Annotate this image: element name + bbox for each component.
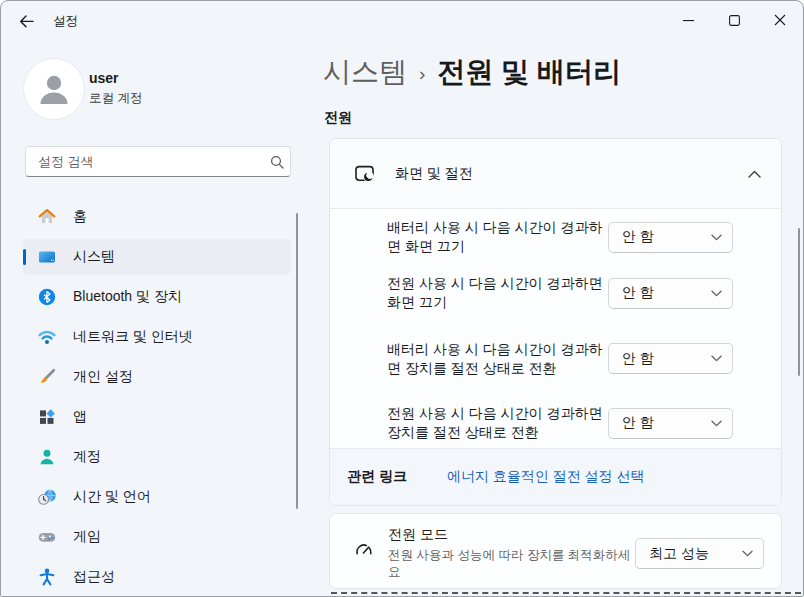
chevron-down-icon bbox=[711, 420, 722, 427]
screen-sleep-icon bbox=[354, 163, 375, 184]
screen-sleep-card: 화면 및 절전 배터리 사용 시 다음 시간이 경과하면 화면 끄기 안 함 bbox=[329, 138, 782, 506]
chevron-down-icon bbox=[742, 550, 753, 557]
back-button[interactable] bbox=[9, 6, 43, 36]
minimize-icon bbox=[683, 15, 694, 26]
home-icon bbox=[37, 207, 57, 227]
bluetooth-icon bbox=[37, 287, 57, 307]
sidebar-item-time-language[interactable]: 시간 및 언어 bbox=[23, 479, 291, 515]
sidebar-item-system[interactable]: 시스템 bbox=[23, 239, 291, 275]
setting-row-label: 배터리 사용 시 다음 시간이 경과하면 장치를 절전 상태로 전환 bbox=[387, 340, 608, 378]
power-mode-title: 전원 모드 bbox=[388, 526, 638, 544]
chevron-down-icon bbox=[711, 234, 722, 241]
plugged-sleep-dropdown[interactable]: 안 함 bbox=[608, 408, 733, 439]
setting-row-label: 전원 사용 시 다음 시간이 경과하면 장치를 절전 상태로 전환 bbox=[387, 404, 608, 442]
sidebar-item-network-internet[interactable]: 네트워크 및 인터넷 bbox=[23, 319, 291, 355]
breadcrumb: 시스템 › 전원 및 배터리 bbox=[323, 53, 621, 91]
dropdown-value: 최고 성능 bbox=[649, 545, 742, 563]
user-name: user bbox=[89, 70, 119, 86]
sidebar-item-label: 접근성 bbox=[73, 568, 115, 586]
energy-settings-link[interactable]: 에너지 효율적인 절전 설정 선택 bbox=[447, 468, 645, 486]
minimize-button[interactable] bbox=[665, 1, 711, 39]
battery-screen-off-dropdown[interactable]: 안 함 bbox=[608, 222, 733, 253]
user-avatar-icon bbox=[35, 70, 73, 108]
related-links-row: 관련 링크 에너지 효율적인 절전 설정 선택 bbox=[330, 448, 781, 505]
accessibility-icon bbox=[37, 567, 57, 587]
close-icon bbox=[774, 14, 786, 26]
main-content: 시스템 › 전원 및 배터리 전원 화면 및 절전 배터리 사용 시 다음 bbox=[321, 41, 803, 596]
sidebar-item-label: 게임 bbox=[73, 528, 101, 546]
sidebar-item-gaming[interactable]: 게임 bbox=[23, 519, 291, 555]
setting-row-plugged-sleep: 전원 사용 시 다음 시간이 경과하면 장치를 절전 상태로 전환 안 함 bbox=[330, 396, 781, 450]
search-input[interactable] bbox=[26, 154, 264, 169]
setting-row-label: 배터리 사용 시 다음 시간이 경과하면 화면 끄기 bbox=[387, 218, 608, 256]
gaming-icon bbox=[37, 527, 57, 547]
screen-sleep-title: 화면 및 절전 bbox=[395, 165, 748, 183]
sidebar-item-home[interactable]: 홈 bbox=[23, 199, 291, 235]
setting-row-label: 전원 사용 시 다음 시간이 경과하면 화면 끄기 bbox=[387, 274, 608, 312]
chevron-down-icon bbox=[711, 290, 722, 297]
sidebar-item-label: 앱 bbox=[73, 408, 87, 426]
app-title: 설정 bbox=[53, 13, 78, 30]
breadcrumb-parent[interactable]: 시스템 bbox=[323, 53, 407, 91]
power-mode-card: 전원 모드 전원 사용과 성능에 따라 장치를 최적화하세요 최고 성능 bbox=[329, 513, 782, 589]
chevron-up-icon[interactable] bbox=[748, 170, 761, 178]
section-label-power: 전원 bbox=[324, 109, 352, 127]
power-mode-dropdown[interactable]: 최고 성능 bbox=[635, 538, 764, 569]
system-icon bbox=[37, 247, 57, 267]
sidebar-item-label: 계정 bbox=[73, 448, 101, 466]
breadcrumb-separator-icon: › bbox=[419, 63, 425, 85]
sidebar-item-label: 개인 설정 bbox=[73, 368, 133, 386]
related-links-label: 관련 링크 bbox=[347, 468, 407, 486]
power-mode-gauge-icon bbox=[354, 540, 374, 560]
maximize-button[interactable] bbox=[711, 1, 757, 39]
setting-row-plugged-screen-off: 전원 사용 시 다음 시간이 경과하면 화면 끄기 안 함 bbox=[330, 265, 781, 321]
sidebar-item-personalization[interactable]: 개인 설정 bbox=[23, 359, 291, 395]
titlebar: 설정 bbox=[1, 1, 803, 41]
screen-sleep-rows: 배터리 사용 시 다음 시간이 경과하면 화면 끄기 안 함 전원 사용 시 다… bbox=[330, 209, 781, 450]
focus-indicator-line bbox=[331, 592, 801, 594]
search-icon bbox=[264, 155, 290, 169]
search-box[interactable] bbox=[25, 146, 291, 177]
sidebar-item-label: 홈 bbox=[73, 208, 87, 226]
battery-sleep-dropdown[interactable]: 안 함 bbox=[608, 343, 733, 374]
sidebar-item-apps[interactable]: 앱 bbox=[23, 399, 291, 435]
sidebar-nav: 홈 시스템 bbox=[23, 199, 291, 597]
main-scrollbar[interactable] bbox=[798, 228, 800, 376]
sidebar-item-label: 시스템 bbox=[73, 248, 115, 266]
sidebar-item-label: Bluetooth 및 장치 bbox=[73, 288, 182, 306]
setting-row-battery-sleep: 배터리 사용 시 다음 시간이 경과하면 장치를 절전 상태로 전환 안 함 bbox=[330, 321, 781, 396]
dropdown-value: 안 함 bbox=[622, 414, 711, 432]
time-language-icon bbox=[37, 487, 57, 507]
close-button[interactable] bbox=[757, 1, 803, 39]
screen-sleep-header[interactable]: 화면 및 절전 bbox=[330, 139, 781, 209]
setting-row-battery-screen-off: 배터리 사용 시 다음 시간이 경과하면 화면 끄기 안 함 bbox=[330, 209, 781, 265]
page-title: 전원 및 배터리 bbox=[437, 53, 621, 91]
dropdown-value: 안 함 bbox=[622, 350, 711, 368]
network-icon bbox=[37, 327, 57, 347]
sidebar-item-label: 네트워크 및 인터넷 bbox=[73, 328, 193, 346]
sidebar-item-accounts[interactable]: 계정 bbox=[23, 439, 291, 475]
sidebar-item-bluetooth-devices[interactable]: Bluetooth 및 장치 bbox=[23, 279, 291, 315]
apps-icon bbox=[37, 407, 57, 427]
plugged-screen-off-dropdown[interactable]: 안 함 bbox=[608, 278, 733, 309]
sidebar-scrollbar[interactable] bbox=[296, 213, 298, 509]
chevron-down-icon bbox=[711, 355, 722, 362]
personalization-icon bbox=[37, 367, 57, 387]
back-arrow-icon bbox=[19, 15, 34, 28]
accounts-icon bbox=[37, 447, 57, 467]
avatar[interactable] bbox=[23, 58, 85, 120]
maximize-icon bbox=[729, 15, 740, 26]
dropdown-value: 안 함 bbox=[622, 284, 711, 302]
user-account-type: 로컬 계정 bbox=[89, 90, 142, 107]
power-mode-description: 전원 사용과 성능에 따라 장치를 최적화하세요 bbox=[388, 547, 638, 581]
dropdown-value: 안 함 bbox=[622, 228, 711, 246]
settings-window: 설정 us bbox=[0, 0, 804, 597]
sidebar-item-accessibility[interactable]: 접근성 bbox=[23, 559, 291, 595]
sidebar-item-label: 시간 및 언어 bbox=[73, 488, 151, 506]
sidebar: user 로컬 계정 홈 bbox=[1, 41, 321, 596]
